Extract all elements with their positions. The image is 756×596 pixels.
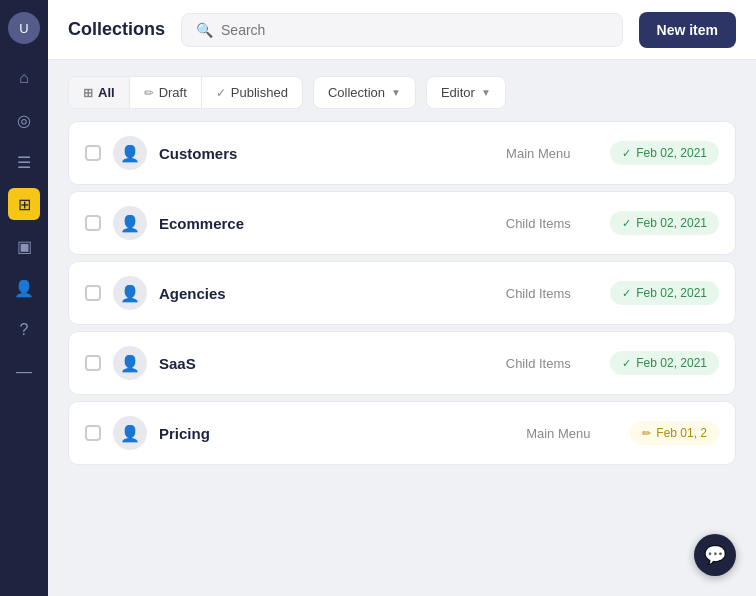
page-title: Collections: [68, 19, 165, 40]
filter-published-label: Published: [231, 85, 288, 100]
table-row[interactable]: 👤 Ecommerce Child Items ✓ Feb 02, 2021: [68, 191, 736, 255]
row-name-pricing: Pricing: [159, 425, 486, 442]
filter-draft-label: Draft: [159, 85, 187, 100]
editor-dropdown-arrow: ▼: [481, 87, 491, 98]
search-box[interactable]: 🔍: [181, 13, 623, 47]
sidebar: U ⌂ ◎ ☰ ⊞ ▣ 👤 ? —: [0, 0, 48, 596]
row-name-agencies: Agencies: [159, 285, 466, 302]
table-row[interactable]: 👤 Customers Main Menu ✓ Feb 02, 2021: [68, 121, 736, 185]
row-date-pricing: ✏ Feb 01, 2: [630, 421, 719, 445]
search-input[interactable]: [221, 22, 608, 38]
document-icon[interactable]: ☰: [8, 146, 40, 178]
row-date-customers: ✓ Feb 02, 2021: [610, 141, 719, 165]
check-icon: ✓: [622, 147, 631, 160]
filter-all-button[interactable]: ⊞ All: [69, 77, 130, 108]
row-avatar-customers: 👤: [113, 136, 147, 170]
row-tag-ecommerce: Child Items: [478, 216, 598, 231]
draft-filter-icon: ✏: [144, 86, 154, 100]
row-name-customers: Customers: [159, 145, 466, 162]
table-row[interactable]: 👤 SaaS Child Items ✓ Feb 02, 2021: [68, 331, 736, 395]
new-item-button[interactable]: New item: [639, 12, 736, 48]
chat-button[interactable]: 💬: [694, 534, 736, 576]
filter-bar: ⊞ All ✏ Draft ✓ Published Collection ▼ E…: [48, 60, 756, 121]
filter-draft-button[interactable]: ✏ Draft: [130, 77, 202, 108]
home-icon[interactable]: ⌂: [8, 62, 40, 94]
editor-dropdown[interactable]: Editor ▼: [426, 76, 506, 109]
header: Collections 🔍 New item: [48, 0, 756, 60]
row-name-ecommerce: Ecommerce: [159, 215, 466, 232]
search-icon: 🔍: [196, 22, 213, 38]
users-icon[interactable]: 👤: [8, 272, 40, 304]
row-date-value: Feb 02, 2021: [636, 356, 707, 370]
editor-dropdown-label: Editor: [441, 85, 475, 100]
check-icon: ✓: [622, 357, 631, 370]
main-content: Collections 🔍 New item ⊞ All ✏ Draft ✓ P…: [48, 0, 756, 596]
collection-dropdown-label: Collection: [328, 85, 385, 100]
image-icon[interactable]: ▣: [8, 230, 40, 262]
filter-published-button[interactable]: ✓ Published: [202, 77, 302, 108]
row-avatar-pricing: 👤: [113, 416, 147, 450]
filter-all-label: All: [98, 85, 115, 100]
row-date-value: Feb 02, 2021: [636, 286, 707, 300]
row-avatar-saas: 👤: [113, 346, 147, 380]
row-checkbox-ecommerce[interactable]: [85, 215, 101, 231]
row-date-agencies: ✓ Feb 02, 2021: [610, 281, 719, 305]
avatar: U: [8, 12, 40, 44]
status-filter-group: ⊞ All ✏ Draft ✓ Published: [68, 76, 303, 109]
row-date-value: Feb 02, 2021: [636, 216, 707, 230]
help-icon[interactable]: ?: [8, 314, 40, 346]
row-tag-agencies: Child Items: [478, 286, 598, 301]
row-checkbox-customers[interactable]: [85, 145, 101, 161]
row-date-value: Feb 02, 2021: [636, 146, 707, 160]
table-row[interactable]: 👤 Pricing Main Menu ✏ Feb 01, 2: [68, 401, 736, 465]
row-checkbox-pricing[interactable]: [85, 425, 101, 441]
row-avatar-agencies: 👤: [113, 276, 147, 310]
row-date-value: Feb 01, 2: [656, 426, 707, 440]
check-icon: ✓: [622, 287, 631, 300]
check-icon: ✓: [622, 217, 631, 230]
table-row[interactable]: 👤 Agencies Child Items ✓ Feb 02, 2021: [68, 261, 736, 325]
row-name-saas: SaaS: [159, 355, 466, 372]
row-date-ecommerce: ✓ Feb 02, 2021: [610, 211, 719, 235]
row-tag-saas: Child Items: [478, 356, 598, 371]
avatar-initial: U: [19, 21, 28, 36]
row-checkbox-agencies[interactable]: [85, 285, 101, 301]
collection-dropdown[interactable]: Collection ▼: [313, 76, 416, 109]
edit-icon: ✏: [642, 427, 651, 440]
collection-dropdown-arrow: ▼: [391, 87, 401, 98]
all-filter-icon: ⊞: [83, 86, 93, 100]
row-avatar-ecommerce: 👤: [113, 206, 147, 240]
row-checkbox-saas[interactable]: [85, 355, 101, 371]
row-date-saas: ✓ Feb 02, 2021: [610, 351, 719, 375]
minus-icon[interactable]: —: [8, 356, 40, 388]
bookmark-icon[interactable]: ◎: [8, 104, 40, 136]
published-filter-icon: ✓: [216, 86, 226, 100]
row-tag-customers: Main Menu: [478, 146, 598, 161]
grid-icon[interactable]: ⊞: [8, 188, 40, 220]
collections-list: 👤 Customers Main Menu ✓ Feb 02, 2021 👤 E…: [48, 121, 756, 596]
row-tag-pricing: Main Menu: [498, 426, 618, 441]
